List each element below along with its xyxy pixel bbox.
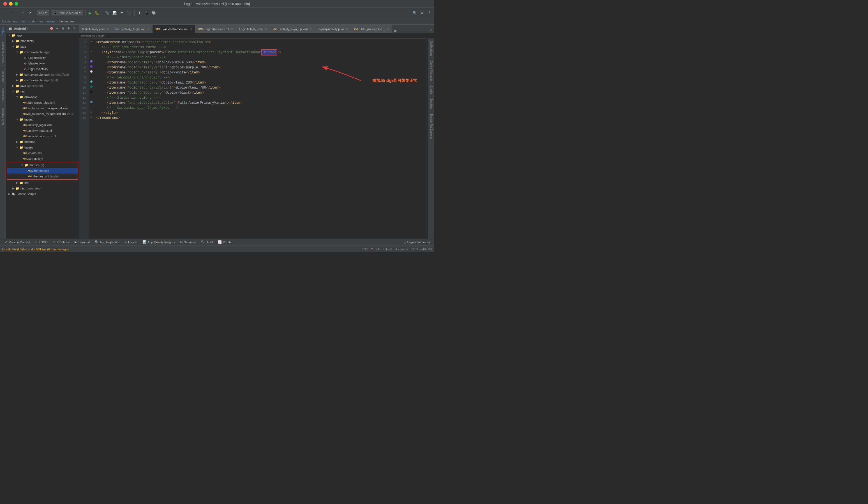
tab-close-themes-xml[interactable]: ✕ (190, 28, 192, 31)
coverage-button[interactable]: ☂ (119, 10, 125, 16)
tab-btn-press[interactable]: XML btn_press_blue... ✕ (351, 25, 392, 33)
panel-project[interactable]: Project (0, 25, 6, 39)
tab-night-themes[interactable]: XML night/themes.xml ✕ (195, 25, 236, 33)
tab-profiler[interactable]: 📈 Profiler (216, 239, 235, 246)
tree-item-btn-press-blue[interactable]: ▶ XML btn_press_blue.xml (6, 100, 79, 105)
tree-item-app[interactable]: ▼ 📁 app (6, 32, 79, 38)
tree-item-res-gen[interactable]: ▶ 📁 res (generated) (6, 186, 79, 191)
stop-button[interactable]: ⬛ (126, 10, 132, 16)
back-button[interactable]: ← (2, 10, 8, 16)
sidebar-collapse-btn[interactable]: ⊟ (60, 26, 65, 31)
panel-gradle[interactable]: Gradle (428, 83, 434, 96)
profile-button[interactable]: 📊 (112, 10, 118, 16)
tab-signupactivity[interactable]: SignUpActivity.java ✕ (315, 25, 351, 33)
tree-item-themes[interactable]: ▼ 📁 themes (2) (7, 162, 78, 168)
help-button[interactable]: ? (426, 10, 432, 16)
tab-services[interactable]: ⚙ Services (178, 239, 198, 246)
tab-todo[interactable]: ☑ TODO (32, 239, 50, 246)
tab-app-quality[interactable]: 📊 App Quality Insights (140, 239, 177, 246)
tab-close-activity-signup[interactable]: ✕ (310, 28, 312, 31)
fold-arrow-16[interactable] (90, 115, 93, 118)
tree-item-mipmap[interactable]: ▶ 📁 mipmap (6, 139, 79, 145)
panel-device-manager[interactable]: Device Manager (428, 58, 434, 83)
tab-close-loginactivity[interactable]: ✕ (265, 28, 267, 31)
panel-device-file-explorer[interactable]: Device File Explorer (428, 112, 434, 141)
breadcrumb-res[interactable]: res (39, 20, 43, 23)
tree-item-xml[interactable]: ▶ 📁 xml (6, 180, 79, 186)
eb-style[interactable]: style (98, 34, 105, 38)
tab-close-btn-press[interactable]: ✕ (387, 28, 389, 31)
tree-item-ic-bg[interactable]: ▶ XML ic_launcher_background.xml (6, 105, 79, 111)
attach-button[interactable]: 📎 (104, 10, 111, 16)
run-button[interactable]: ▶ (87, 10, 93, 16)
search-everywhere[interactable]: 🔍 (412, 10, 418, 16)
app-selector[interactable]: app ▾ (37, 10, 49, 16)
fold-arrow-15[interactable] (90, 111, 93, 113)
tab-terminal[interactable]: ▶ Terminal (72, 239, 92, 246)
tree-item-ic-fg[interactable]: ▶ XML ic_launcher_foreground.xml (v24) (6, 111, 79, 116)
tree-item-res[interactable]: ▼ 📁 res (6, 89, 79, 94)
tree-item-layout[interactable]: ▼ 📁 layout (6, 116, 79, 122)
tab-close-signupactivity[interactable]: ✕ (346, 28, 348, 31)
forward-button[interactable]: → (9, 10, 16, 16)
tree-item-values[interactable]: ▼ 📁 values (6, 145, 79, 150)
tree-item-colors[interactable]: ▶ XML colors.xml (6, 150, 79, 156)
panel-notifications[interactable]: Notifications (428, 39, 434, 58)
tree-item-java[interactable]: ▼ 📁 java (6, 44, 79, 49)
sdk-manager[interactable]: ⬇ (136, 10, 143, 16)
tab-build[interactable]: 🔨 Build (198, 239, 215, 246)
sync-project[interactable]: 🐘 (151, 10, 157, 16)
sync-button[interactable]: ⟳ (27, 10, 33, 16)
fold-arrow-1[interactable] (90, 40, 93, 43)
tab-close-activity-login[interactable]: ✕ (147, 28, 149, 31)
panel-build-variants[interactable]: Build Variants (0, 105, 6, 128)
tree-item-activity-login[interactable]: ▶ XML activity_login.xml (6, 122, 79, 128)
tree-item-gradle[interactable]: ▶ 🐘 Gradle Scripts (6, 191, 79, 197)
tree-item-com-login[interactable]: ▼ 📁 com.example.login (6, 49, 79, 55)
breadcrumb-src[interactable]: src (22, 20, 26, 23)
tree-item-activity-signup[interactable]: ▶ XML activity_sign_up.xml (6, 133, 79, 139)
sidebar-settings-btn[interactable]: ⚙ (66, 26, 71, 31)
tab-app-inspection[interactable]: 🔍 App Inspection (93, 239, 123, 246)
panel-bookmarks[interactable]: Bookmarks (0, 85, 6, 105)
close-button[interactable] (3, 2, 7, 6)
tree-item-themes-xml[interactable]: ▶ XML themes.xml (7, 168, 78, 174)
debug-button[interactable]: 🐛 (94, 10, 100, 16)
tab-close-mainactivity[interactable]: ✕ (106, 28, 109, 31)
breadcrumb-login[interactable]: Login (2, 20, 10, 23)
tab-activity-signup[interactable]: XML activity_sign_up.xml ✕ (270, 25, 315, 33)
tree-item-test[interactable]: ▶ 📁 com.example.login (test) (6, 78, 79, 83)
tab-close-night-themes[interactable]: ✕ (231, 28, 233, 31)
breadcrumb-values[interactable]: values (46, 20, 55, 23)
tab-layout-inspector[interactable]: ◫ Layout Inspector (401, 239, 432, 246)
refresh-button[interactable]: ↩ (20, 10, 26, 16)
device-selector[interactable]: 📱 Pixel 2 API 30 ▾ (52, 10, 83, 16)
panel-emulator[interactable]: Emulator (428, 96, 434, 112)
panel-resource-manager[interactable]: Resource Manager (0, 39, 6, 69)
tree-item-drawable[interactable]: ▼ 📁 drawable (6, 94, 79, 100)
tree-item-login-activity[interactable]: ▶ ⊙ LoginActivity (6, 55, 79, 61)
tab-loginactivity[interactable]: LoginActivity.java ✕ (236, 25, 270, 33)
code-editor[interactable]: <resources xmlns:tools="http://schemas.a… (94, 39, 428, 239)
sidebar-expand-btn[interactable]: ≡ (55, 26, 60, 31)
tab-overflow-btn[interactable]: ≫ (392, 29, 399, 33)
tab-mainactivity[interactable]: MainActivity.java ✕ (79, 25, 112, 33)
tab-activity-login[interactable]: XML activity_login.xml ✕ (112, 25, 153, 33)
panel-structure[interactable]: Structure (0, 69, 6, 85)
tab-version-control[interactable]: ⎇ Version Control (2, 239, 32, 246)
breadcrumb-main[interactable]: main (29, 20, 35, 23)
tree-item-strings[interactable]: ▶ XML strings.xml (6, 156, 79, 162)
tab-themes-xml[interactable]: XML values/themes.xml ✕ (153, 25, 195, 33)
sidebar-locate-btn[interactable]: 🎯 (49, 26, 54, 31)
tab-problems[interactable]: ⚠ Problems (51, 239, 72, 246)
tree-item-android-test[interactable]: ▶ 📁 com.example.login (androidTest) (6, 72, 79, 78)
breadcrumb-app[interactable]: app (13, 20, 18, 23)
settings-button[interactable]: ⚙ (419, 10, 425, 16)
sidebar-close-btn[interactable]: ✕ (72, 26, 76, 31)
maximize-button[interactable] (14, 2, 18, 6)
tree-item-themes-xml-night[interactable]: ▶ XML themes.xml (night) (7, 174, 78, 179)
tree-item-main-activity[interactable]: ▶ ⊙ MainActivity (6, 61, 79, 66)
tree-item-signup-activity[interactable]: ▶ ⊙ SignUpActivity (6, 66, 79, 72)
tab-logcat[interactable]: ≡ Logcat (123, 239, 140, 246)
minimize-button[interactable] (9, 2, 13, 6)
